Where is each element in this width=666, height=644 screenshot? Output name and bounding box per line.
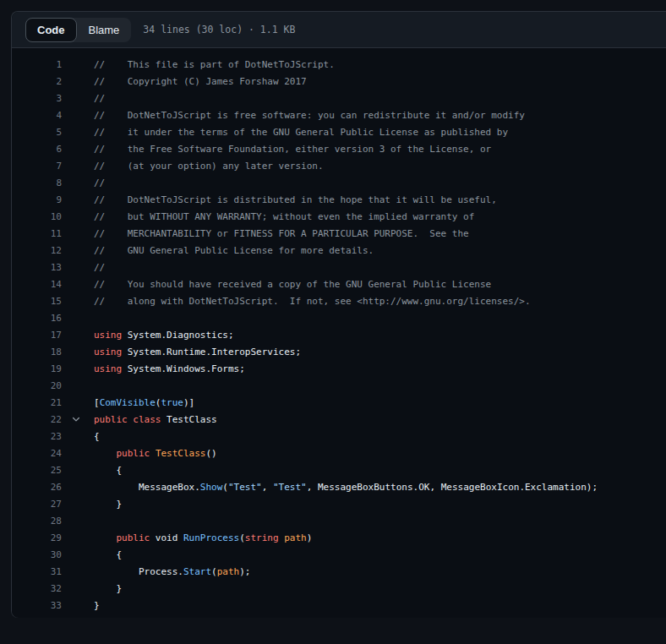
- code-text: // GNU General Public License for more d…: [94, 245, 374, 256]
- code-line: 30 {: [12, 546, 666, 563]
- code-text: // DotNetToJScript is free software: you…: [94, 110, 525, 121]
- page-background: { "colors": { "page_bg": "#0d1117", "con…: [0, 0, 666, 644]
- line-number[interactable]: 18: [12, 347, 62, 357]
- code-text: {: [94, 549, 122, 560]
- code-line: 25 {: [12, 461, 666, 478]
- line-number[interactable]: 9: [12, 194, 62, 205]
- code-line: 10// but WITHOUT ANY WARRANTY; without e…: [12, 208, 666, 225]
- line-number[interactable]: 19: [12, 363, 62, 374]
- code-text: {: [94, 465, 122, 476]
- code-file-container: Code Blame 34 lines (30 loc) · 1.1 KB 1/…: [11, 11, 666, 618]
- line-number[interactable]: 3: [12, 93, 62, 104]
- line-number[interactable]: 25: [12, 465, 62, 476]
- code-text: // (at your option) any later version.: [94, 161, 324, 172]
- file-header: Code Blame 34 lines (30 loc) · 1.1 KB: [12, 12, 666, 48]
- line-number[interactable]: 23: [12, 431, 62, 442]
- line-number[interactable]: 28: [12, 516, 62, 527]
- code-line: 24 public TestClass(): [12, 445, 666, 461]
- tab-blame[interactable]: Blame: [77, 18, 132, 42]
- code-text: [ComVisible(true)]: [94, 397, 194, 408]
- code-text: //: [94, 93, 105, 104]
- code-line: 31 Process.Start(path);: [12, 563, 666, 580]
- code-line: 8//: [12, 174, 666, 191]
- code-line: 5// it under the terms of the GNU Genera…: [12, 123, 666, 140]
- code-text: // You should have received a copy of th…: [94, 279, 491, 290]
- code-line: 18using System.Runtime.InteropServices;: [12, 343, 666, 360]
- code-text: //: [94, 262, 105, 273]
- line-number[interactable]: 33: [12, 600, 62, 611]
- code-line: 2// Copyright (C) James Forshaw 2017: [12, 73, 666, 90]
- line-number[interactable]: 20: [12, 380, 62, 391]
- code-blame-toggle: Code Blame: [25, 18, 131, 42]
- code-line: 16: [12, 309, 666, 326]
- code-text: {: [94, 431, 100, 442]
- code-line: 9// DotNetToJScript is distributed in th…: [12, 191, 666, 208]
- code-line: 28: [12, 512, 666, 529]
- code-line: 33}: [12, 597, 666, 614]
- line-number[interactable]: 13: [12, 262, 62, 273]
- line-number[interactable]: 6: [12, 144, 62, 155]
- code-line: 6// the Free Software Foundation, either…: [12, 140, 666, 157]
- line-number[interactable]: 10: [12, 211, 62, 222]
- line-number[interactable]: 29: [12, 532, 62, 543]
- line-number[interactable]: 14: [12, 279, 62, 290]
- code-text: }: [94, 583, 122, 594]
- line-number[interactable]: 17: [12, 330, 62, 341]
- code-text: // MERCHANTABILITY or FITNESS FOR A PART…: [94, 228, 469, 239]
- code-line: 17using System.Diagnostics;: [12, 326, 666, 343]
- code-line: 3//: [12, 90, 666, 106]
- line-number[interactable]: 15: [12, 296, 62, 307]
- code-text: using System.Windows.Forms;: [94, 363, 245, 374]
- code-line: 15// along with DotNetToJScript. If not,…: [12, 292, 666, 309]
- code-line: 11// MERCHANTABILITY or FITNESS FOR A PA…: [12, 225, 666, 242]
- code-lines: 1// This file is part of DotNetToJScript…: [12, 56, 666, 614]
- line-number[interactable]: 22: [12, 414, 62, 425]
- code-line: 29 public void RunProcess(string path): [12, 529, 666, 546]
- line-number[interactable]: 26: [12, 482, 62, 493]
- code-text: }: [94, 499, 122, 510]
- code-text: // along with DotNetToJScript. If not, s…: [94, 296, 531, 307]
- line-number[interactable]: 24: [12, 448, 62, 459]
- code-line: 13//: [12, 259, 666, 276]
- code-text: using System.Runtime.InteropServices;: [94, 347, 301, 357]
- code-line: 19using System.Windows.Forms;: [12, 360, 666, 377]
- code-line: 21[ComVisible(true)]: [12, 394, 666, 411]
- code-text: }: [94, 600, 100, 611]
- line-number[interactable]: 31: [12, 566, 62, 577]
- code-text: // but WITHOUT ANY WARRANTY; without eve…: [94, 211, 474, 222]
- line-number[interactable]: 32: [12, 583, 62, 594]
- line-number[interactable]: 30: [12, 549, 62, 560]
- code-text: public void RunProcess(string path): [94, 532, 312, 543]
- code-text: // it under the terms of the GNU General…: [94, 127, 508, 138]
- code-line: 22public class TestClass: [12, 411, 666, 428]
- line-number[interactable]: 12: [12, 245, 62, 256]
- line-number[interactable]: 7: [12, 161, 62, 172]
- line-number[interactable]: 21: [12, 397, 62, 408]
- code-line: 4// DotNetToJScript is free software: yo…: [12, 106, 666, 123]
- code-text: Process.Start(path);: [94, 566, 250, 577]
- code-area: 1// This file is part of DotNetToJScript…: [12, 48, 666, 618]
- collapse-region-toggle[interactable]: [62, 414, 94, 424]
- line-number[interactable]: 8: [12, 177, 62, 188]
- line-number[interactable]: 27: [12, 499, 62, 510]
- line-number[interactable]: 2: [12, 76, 62, 87]
- code-text: // the Free Software Foundation, either …: [94, 144, 491, 155]
- code-line: 12// GNU General Public License for more…: [12, 242, 666, 259]
- code-text: public class TestClass: [94, 414, 217, 425]
- file-meta-info: 34 lines (30 loc) · 1.1 KB: [143, 24, 295, 35]
- line-number[interactable]: 16: [12, 313, 62, 324]
- tab-code[interactable]: Code: [25, 18, 77, 42]
- code-text: // Copyright (C) James Forshaw 2017: [94, 76, 307, 87]
- code-text: using System.Diagnostics;: [94, 330, 234, 341]
- code-line: 23{: [12, 428, 666, 445]
- line-number[interactable]: 4: [12, 110, 62, 121]
- line-number[interactable]: 5: [12, 127, 62, 138]
- line-number[interactable]: 11: [12, 228, 62, 239]
- code-line: 27 }: [12, 495, 666, 512]
- code-line: 26 MessageBox.Show("Test", "Test", Messa…: [12, 478, 666, 495]
- code-line: 32 }: [12, 580, 666, 597]
- code-text: // This file is part of DotNetToJScript.: [94, 59, 335, 70]
- chevron-down-icon: [71, 414, 81, 424]
- code-text: // DotNetToJScript is distributed in the…: [94, 194, 497, 205]
- line-number[interactable]: 1: [12, 59, 62, 70]
